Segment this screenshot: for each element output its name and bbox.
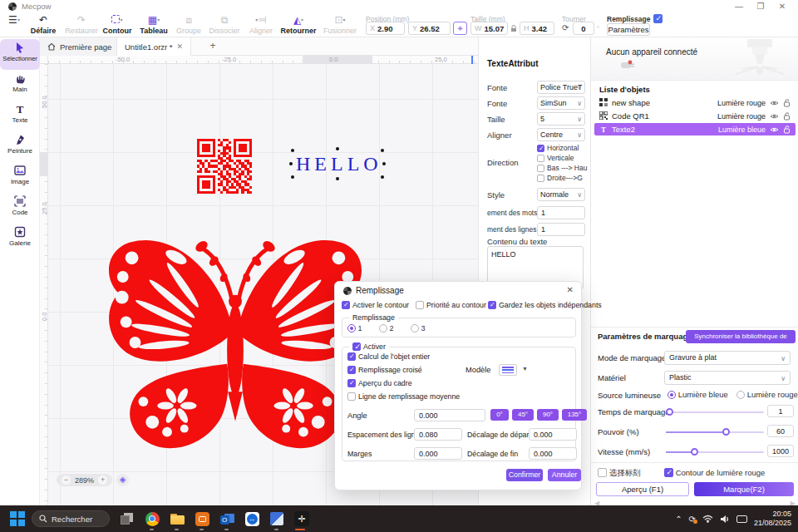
direction-horizontal-checkbox[interactable]: Horizontal xyxy=(537,144,579,152)
rotate-field[interactable]: 0 xyxy=(573,22,594,35)
mark-button[interactable]: Marque(F2) xyxy=(694,482,794,496)
fill-radio-1[interactable]: 1 xyxy=(347,324,362,332)
angle-45-button[interactable]: 45° xyxy=(512,409,534,421)
speed-slider[interactable] xyxy=(666,451,764,453)
maximize-button[interactable]: ❐ xyxy=(750,2,771,11)
select-mark-checkbox[interactable]: 选择标刻 xyxy=(598,468,641,479)
word-spacing-input[interactable] xyxy=(537,206,585,219)
flip-button[interactable]: ◭▾ Retourner xyxy=(278,15,319,37)
text-object-selected[interactable]: HELLO xyxy=(296,152,379,175)
usb-disconnected-icon[interactable] xyxy=(619,59,638,71)
tab-document[interactable]: Untitle1.orzr * ✕ xyxy=(116,37,191,56)
fill-pattern-select[interactable] xyxy=(499,364,517,376)
source-blue-radio[interactable]: Lumière bleue xyxy=(667,390,728,399)
sidebar-item-code[interactable]: Code xyxy=(0,193,40,224)
font-family-select[interactable]: SimSun xyxy=(537,96,585,110)
fill-radio-2[interactable]: 2 xyxy=(379,324,394,332)
angle-90-button[interactable]: 90° xyxy=(537,409,559,421)
time-input[interactable] xyxy=(767,405,794,417)
position-x-field[interactable]: X 2.90 xyxy=(366,22,405,35)
lock-open-icon[interactable] xyxy=(783,99,791,107)
font-type-select[interactable]: Police TrueT xyxy=(537,81,585,94)
wifi-icon[interactable] xyxy=(702,515,713,523)
tab-close-icon[interactable]: ✕ xyxy=(177,42,184,51)
style-select[interactable]: Normale xyxy=(537,188,585,201)
selection-handle[interactable] xyxy=(291,149,294,152)
close-button[interactable]: ✕ xyxy=(771,2,793,11)
sidebar-item-gallery[interactable]: Galerie xyxy=(0,224,40,254)
priority-contour-checkbox[interactable]: Priorité au contour xyxy=(416,301,486,309)
selection-handle[interactable] xyxy=(291,175,294,179)
red-contour-checkbox[interactable]: Contour de lumière rouge xyxy=(664,468,765,477)
chrome-icon[interactable] xyxy=(143,510,161,528)
group-button[interactable]: ⧈ Groupe xyxy=(170,15,207,37)
position-y-field[interactable]: Y 26.52 xyxy=(408,22,451,35)
sidebar-item-hand[interactable]: Main xyxy=(0,70,40,101)
taskbar-clock[interactable]: 20:05 21/08/2025 xyxy=(754,510,795,528)
fill-radio-3[interactable]: 3 xyxy=(411,324,426,332)
selection-handle[interactable] xyxy=(381,149,384,152)
orange-app-icon[interactable] xyxy=(193,510,211,528)
mecpow-app-icon[interactable]: ✛ xyxy=(293,510,311,528)
sidebar-item-text[interactable]: T Texte xyxy=(0,101,40,131)
power-slider[interactable] xyxy=(666,431,764,433)
lock-open-icon[interactable] xyxy=(783,112,791,121)
blue-doc-app-icon[interactable] xyxy=(268,510,286,528)
material-select[interactable]: Plastic xyxy=(664,371,791,385)
butterfly-object[interactable] xyxy=(104,206,367,477)
rotate-icon[interactable]: ⟳ xyxy=(562,23,569,32)
menu-button[interactable]: ☰▾ xyxy=(3,15,25,37)
selection-handle[interactable] xyxy=(382,162,386,165)
avg-fill-line-checkbox[interactable]: Ligne de remplissage moyenne xyxy=(347,392,460,401)
align-select[interactable]: Centre xyxy=(537,128,585,141)
taskbar-search[interactable]: Rechercher xyxy=(32,510,110,527)
speed-input[interactable] xyxy=(767,445,794,457)
lock-open-icon[interactable] xyxy=(783,126,791,134)
time-slider[interactable] xyxy=(666,411,764,413)
selection-handle[interactable] xyxy=(336,177,339,180)
tray-chevron-icon[interactable]: ⌃ xyxy=(675,515,682,524)
size-w-field[interactable]: W 15.07 xyxy=(470,22,508,35)
margins-input[interactable] xyxy=(414,447,462,460)
direction-right-left-checkbox[interactable]: Droite--->G xyxy=(537,174,583,182)
start-offset-input[interactable] xyxy=(529,428,577,441)
angle-135-button[interactable]: 135° xyxy=(562,409,587,421)
pattern-dropdown-icon[interactable]: ▼ xyxy=(522,366,528,372)
speaker-icon[interactable] xyxy=(720,515,730,524)
selection-handle[interactable] xyxy=(289,162,293,165)
qr-code-object[interactable] xyxy=(197,139,252,194)
undo-button[interactable]: ↶ Défaire xyxy=(25,15,62,37)
font-size-select[interactable]: 5 xyxy=(537,112,585,126)
power-input[interactable] xyxy=(767,425,794,437)
sidebar-item-select[interactable]: Sélectionner xyxy=(0,39,40,70)
frame-preview-checkbox[interactable]: Aperçu du cadre xyxy=(347,379,412,387)
fill-checkbox[interactable] xyxy=(653,14,663,23)
activer-checkbox[interactable]: Activer xyxy=(349,342,389,351)
sidebar-item-paint[interactable]: Peinture xyxy=(0,131,40,162)
ungroup-button[interactable]: ⧉ Dissocier xyxy=(206,15,243,37)
explorer-icon[interactable] xyxy=(168,510,186,528)
tray-update-icon[interactable]: ⟳ xyxy=(689,515,696,524)
end-offset-input[interactable] xyxy=(529,447,577,460)
selection-handle[interactable] xyxy=(336,147,339,150)
new-tab-button[interactable]: + xyxy=(206,40,219,53)
angle-input[interactable] xyxy=(414,409,485,421)
object-row-new-shape[interactable]: new shape Lumière rouge xyxy=(594,96,796,109)
zoom-in-button[interactable]: + xyxy=(98,475,107,485)
preview-button[interactable]: Aperçu (F1) xyxy=(596,482,689,496)
dialog-close-button[interactable]: ✕ xyxy=(567,285,574,294)
size-h-field[interactable]: H 3.42 xyxy=(520,22,554,35)
visibility-eye-icon[interactable] xyxy=(770,113,779,120)
line-spacing-input[interactable] xyxy=(414,428,462,441)
object-row-code-qr1[interactable]: Code QR1 Lumière rouge xyxy=(594,110,796,122)
align-button[interactable]: ⊨▾ Aligner xyxy=(243,15,279,37)
confirm-button[interactable]: Confirmer xyxy=(506,469,543,481)
minimize-button[interactable]: — xyxy=(728,2,750,11)
table-button[interactable]: ▦▾ Tableau xyxy=(135,15,172,37)
activate-contour-checkbox[interactable]: Activer le contour xyxy=(342,301,409,309)
sidebar-item-image[interactable]: Image xyxy=(0,162,40,193)
direction-bottom-up-checkbox[interactable]: Bas ---> Hau xyxy=(537,164,587,172)
lock-ratio-icon[interactable] xyxy=(510,24,517,34)
zoom-out-button[interactable]: − xyxy=(62,475,71,485)
tab-home[interactable]: Première page xyxy=(40,37,120,56)
